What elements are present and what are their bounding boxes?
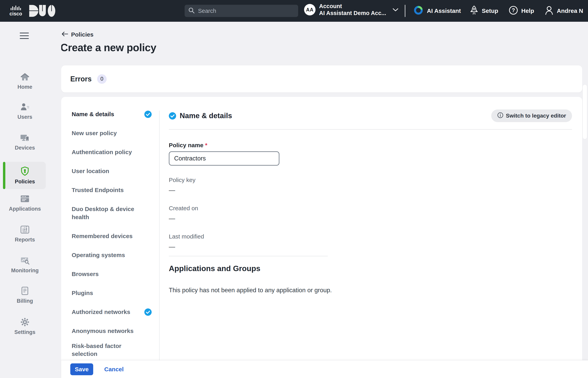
- cisco-logo: cisco: [8, 5, 28, 18]
- chevron-down-icon: [393, 8, 398, 13]
- menu-toggle-button[interactable]: [20, 33, 29, 41]
- policy-nav-authorized-networks[interactable]: Authorized networks: [61, 302, 159, 322]
- policy-nav-authentication-policy[interactable]: Authentication policy: [61, 143, 159, 162]
- policy-key-label: Policy key: [169, 177, 572, 183]
- sidebar-label-billing: Billing: [17, 298, 33, 304]
- global-search: [185, 5, 298, 17]
- policy-nav-remembered-devices[interactable]: Remembered devices: [61, 227, 159, 246]
- back-arrow-icon: [62, 31, 68, 38]
- policy-editor-card: Name & details New user policy Authentic…: [61, 97, 582, 360]
- person-icon: [545, 5, 554, 17]
- page-title: Create a new policy: [60, 41, 156, 54]
- sidebar-label-users: Users: [17, 114, 32, 120]
- policy-section-nav: Name & details New user policy Authentic…: [61, 97, 159, 360]
- duo-logo: DUO: [29, 5, 56, 18]
- applications-groups-title: Applications and Groups: [169, 264, 572, 273]
- billing-icon: [20, 286, 30, 296]
- sidebar-item-billing[interactable]: Billing: [4, 286, 46, 304]
- switch-legacy-editor-button[interactable]: Switch to legacy editor: [491, 109, 572, 122]
- sidebar-label-home: Home: [17, 84, 32, 90]
- section-title: Name & details: [180, 112, 232, 120]
- reports-icon: [20, 225, 30, 235]
- sidebar-item-reports[interactable]: Reports: [4, 225, 46, 243]
- errors-count-badge: 0: [97, 74, 107, 84]
- ai-assistant-label: AI Assistant: [427, 8, 461, 14]
- cancel-link[interactable]: Cancel: [104, 366, 124, 373]
- policy-name-label: Policy name *: [169, 142, 572, 148]
- topbar-divider: [405, 5, 405, 17]
- sidebar-item-settings[interactable]: Settings: [4, 318, 46, 335]
- action-footer: Save Cancel: [61, 360, 588, 378]
- search-icon: [188, 7, 195, 15]
- setup-label: Setup: [482, 8, 498, 14]
- sidebar-item-home[interactable]: Home: [4, 72, 46, 90]
- sidebar-label-applications: Applications: [9, 206, 41, 212]
- last-modified-value: —: [169, 243, 572, 250]
- policy-nav-new-user-policy[interactable]: New user policy: [61, 124, 159, 143]
- sidebar-label-settings: Settings: [14, 329, 36, 335]
- policy-section-content: Name & details Switch to legacy editor P…: [160, 97, 582, 360]
- devices-icon: [20, 133, 30, 143]
- breadcrumb[interactable]: Policies: [62, 31, 93, 38]
- account-label: Account: [319, 3, 386, 10]
- sidebar-label-policies: Policies: [15, 179, 35, 185]
- gear-icon: [20, 318, 30, 327]
- applications-groups-empty-text: This policy has not been applied to any …: [169, 287, 572, 294]
- svg-text:?: ?: [512, 7, 515, 13]
- account-switcher[interactable]: AA Account AI Assistant Demo Acc...: [304, 3, 398, 17]
- user-name-label: Andrea N: [557, 8, 583, 14]
- account-name: AI Assistant Demo Acc...: [319, 10, 386, 17]
- check-circle-icon: [169, 112, 176, 120]
- top-navigation-bar: cisco DUO: [0, 0, 588, 22]
- monitoring-icon: [20, 256, 30, 266]
- sidebar-item-monitoring[interactable]: Monitoring: [4, 256, 46, 274]
- home-icon: [20, 72, 30, 82]
- account-avatar: AA: [304, 4, 316, 15]
- breadcrumb-label: Policies: [71, 31, 93, 38]
- policy-nav-anonymous-networks[interactable]: Anonymous networks: [61, 322, 159, 340]
- policies-shield-icon: [20, 166, 30, 177]
- active-item-accent: [3, 162, 5, 189]
- scrollbar-thumb[interactable]: [582, 84, 587, 139]
- sidebar-item-applications[interactable]: Applications: [4, 194, 46, 212]
- created-on-label: Created on: [169, 205, 572, 212]
- sidebar-item-policies[interactable]: Policies: [4, 162, 46, 189]
- sidebar-label-reports: Reports: [15, 237, 35, 243]
- rocket-icon: [470, 5, 479, 17]
- policy-nav-duo-desktop-device-health[interactable]: Duo Desktop & device health: [61, 200, 159, 227]
- ai-assistant-icon: [413, 5, 424, 17]
- sidebar-label-monitoring: Monitoring: [11, 268, 38, 274]
- apps-groups-divider: [169, 256, 328, 256]
- svg-text:cisco: cisco: [10, 11, 22, 16]
- users-icon: [20, 102, 30, 112]
- policy-nav-browsers[interactable]: Browsers: [61, 265, 159, 284]
- policy-nav-plugins[interactable]: Plugins: [61, 284, 159, 302]
- policy-key-value: —: [169, 187, 572, 194]
- errors-panel[interactable]: Errors 0: [61, 65, 582, 93]
- sidebar-item-users[interactable]: Users: [4, 102, 46, 120]
- last-modified-label: Last modified: [169, 233, 572, 240]
- user-menu[interactable]: Andrea N: [545, 0, 583, 22]
- ai-assistant-link[interactable]: AI Assistant: [413, 0, 461, 22]
- help-icon: ?: [509, 6, 518, 16]
- policy-nav-risk-based-factor-selection[interactable]: Risk-based factor selection: [61, 340, 159, 359]
- created-on-value: —: [169, 215, 572, 222]
- sidebar-item-devices[interactable]: Devices: [4, 133, 46, 151]
- errors-label: Errors: [70, 75, 92, 83]
- policy-nav-operating-systems[interactable]: Operating systems: [61, 246, 159, 265]
- policy-nav-name-details[interactable]: Name & details: [61, 105, 159, 124]
- setup-link[interactable]: Setup: [470, 0, 498, 22]
- required-asterisk: *: [205, 142, 207, 148]
- sidebar-label-devices: Devices: [15, 145, 35, 151]
- save-button[interactable]: Save: [70, 363, 93, 375]
- search-input[interactable]: [198, 8, 294, 14]
- policy-nav-trusted-endpoints[interactable]: Trusted Endpoints: [61, 181, 159, 200]
- help-link[interactable]: ? Help: [509, 0, 534, 22]
- check-circle-icon: [144, 309, 152, 316]
- help-label: Help: [521, 8, 534, 14]
- content-divider: [169, 129, 572, 130]
- sidebar: Home Users: [0, 22, 61, 378]
- policy-name-input[interactable]: [169, 151, 279, 166]
- policy-nav-user-location[interactable]: User location: [61, 162, 159, 181]
- check-circle-icon: [144, 111, 152, 118]
